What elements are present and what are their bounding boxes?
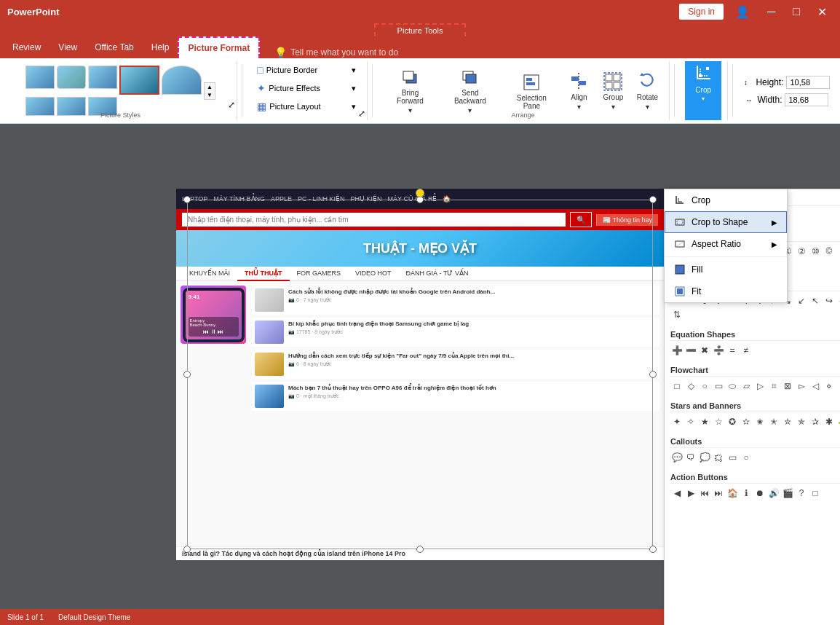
account-button[interactable]: 👤 <box>729 4 756 20</box>
picture-style-4[interactable] <box>119 66 159 95</box>
shape-flow-12[interactable]: ⋄ <box>823 380 836 393</box>
sign-in-button[interactable]: Sign in <box>679 4 724 20</box>
handle-bottom-left[interactable] <box>183 546 191 553</box>
shape-flow-7[interactable]: ▷ <box>753 380 766 393</box>
shape-stacked[interactable]: ⇅ <box>670 308 684 321</box>
shape-star-5b[interactable]: ☆ <box>712 415 725 428</box>
crop-menu-item-aspect-ratio[interactable]: Aspect Ratio ▶ <box>665 233 787 255</box>
picture-layout-button[interactable]: ▦ Picture Layout ▾ <box>252 98 361 115</box>
picture-style-7[interactable] <box>57 97 86 116</box>
shape-callout-3[interactable]: 💭 <box>698 451 711 464</box>
shape-action-back[interactable]: ◀ <box>670 487 684 500</box>
nav-item-tablet[interactable]: MÁY TÍNH BẢNG <box>213 195 265 203</box>
nav-item-pc[interactable]: PC - LINH KIỆN <box>298 195 345 203</box>
shape-star-5[interactable]: ★ <box>698 415 711 428</box>
picture-border-button[interactable]: □ Picture Border ▾ <box>252 61 361 79</box>
height-input[interactable] <box>786 76 830 89</box>
nav-item-apple[interactable]: APPLE <box>271 195 292 203</box>
shape-flow-10[interactable]: ▻ <box>795 380 808 393</box>
shape-ribbon-u[interactable]: ⛳ <box>836 415 840 428</box>
shape-star-32[interactable]: ✰ <box>809 415 822 428</box>
shape-callout-4[interactable]: 🗯 <box>712 451 725 464</box>
tab-tricks[interactable]: THỦ THUẬT <box>237 267 290 281</box>
tab-help[interactable]: Help <box>143 36 178 58</box>
shape-flow-5[interactable]: ⬭ <box>726 380 739 393</box>
shape-flow-2[interactable]: ◇ <box>684 380 697 393</box>
nav-item-used[interactable]: MÁY CŨ GIÁ RẺ <box>388 195 437 203</box>
picture-style-3[interactable] <box>88 66 117 90</box>
selection-pane-button[interactable]: Selection Pane <box>502 69 560 113</box>
bring-forward-button[interactable]: Bring Forward ▾ <box>383 64 438 117</box>
shape-star-6[interactable]: ✪ <box>726 415 739 428</box>
picture-styles-expand[interactable]: ⤢ <box>228 100 235 110</box>
shape-multiply[interactable]: ✖ <box>698 344 711 357</box>
picture-style-5[interactable] <box>162 66 202 95</box>
shape-action-sound[interactable]: 🔊 <box>767 487 780 500</box>
shape-flow-6[interactable]: ▱ <box>740 380 753 393</box>
picture-style-2[interactable] <box>57 66 86 89</box>
shape-action-home[interactable]: 🏠 <box>726 487 739 500</box>
shape-star-8[interactable]: ✫ <box>740 415 753 428</box>
article-title-4[interactable]: Mách bạn 7 thủ thuật hay trên OPPO A96 đ… <box>288 385 657 392</box>
picture-styles-expand-2[interactable]: ⤢ <box>358 109 365 119</box>
article-title-1[interactable]: Cách sửa lỗi không được nhập được tài kh… <box>288 288 657 296</box>
shape-arrow-curve-r[interactable]: ↪ <box>823 294 836 307</box>
handle-middle-left[interactable] <box>183 371 191 378</box>
tab-picture-format[interactable]: Picture Format <box>178 36 260 58</box>
handle-top-right[interactable] <box>649 196 657 203</box>
minimize-button[interactable]: ─ <box>761 4 781 20</box>
shape-not-equal[interactable]: ≠ <box>740 344 753 357</box>
website-search-input[interactable] <box>182 213 566 227</box>
article-title-3[interactable]: Hướng dẫn cách xem trực tiếp sự kiện "Fa… <box>288 353 657 360</box>
tab-view[interactable]: View <box>49 36 86 58</box>
shape-flow-1[interactable]: □ <box>670 380 684 393</box>
tab-reviews[interactable]: ĐÁNH GIÁ - TƯ VẤN <box>399 267 476 281</box>
send-backward-button[interactable]: Send Backward ▾ <box>440 64 500 117</box>
shape-star-16[interactable]: ✮ <box>781 415 794 428</box>
shape-equal[interactable]: = <box>726 344 739 357</box>
crop-button[interactable]: Crop ▾ <box>685 61 721 120</box>
canvas-area[interactable]: LAPTOP MÁY TÍNH BẢNG APPLE PC - LINH KIỆ… <box>0 124 840 625</box>
shape-arrow-curve-l[interactable]: ↩ <box>836 294 840 307</box>
shape-star-burst[interactable]: ✱ <box>823 415 836 428</box>
article-title-2[interactable]: Bí kíp khắc phục tình trạng điện thoại S… <box>288 321 657 328</box>
shape-arrow-diag3[interactable]: ↙ <box>795 294 808 307</box>
picture-effects-button[interactable]: ✦ Picture Effects ▾ <box>252 79 361 97</box>
shape-divide[interactable]: ➗ <box>712 344 725 357</box>
slide-canvas[interactable]: LAPTOP MÁY TÍNH BẢNG APPLE PC - LINH KIỆ… <box>176 189 664 560</box>
shape-plus[interactable]: ➕ <box>670 344 684 357</box>
rotation-handle[interactable] <box>416 189 424 197</box>
maximize-button[interactable]: □ <box>787 4 806 20</box>
shape-action-blank[interactable]: □ <box>809 487 822 500</box>
next-btn[interactable]: ⏭ <box>218 329 223 335</box>
shape-smiley[interactable]: ☺ <box>836 245 840 258</box>
shape-copy[interactable]: © <box>823 245 836 258</box>
shape-action-help[interactable]: ? <box>795 487 808 500</box>
shape-action-movie[interactable]: 🎬 <box>781 487 794 500</box>
shape-action-first[interactable]: ⏮ <box>698 487 711 500</box>
tab-promotions[interactable]: KHUYẾN MÃI <box>182 267 237 281</box>
news-btn[interactable]: 📰 Thông tin hay <box>596 214 658 226</box>
shape-action-forward[interactable]: ▶ <box>684 487 697 500</box>
shape-callout-2[interactable]: 🗨 <box>684 451 697 464</box>
shape-callout-6[interactable]: ○ <box>740 451 753 464</box>
crop-menu-item-crop-to-shape[interactable]: Crop to Shape ▶ <box>665 211 787 233</box>
tab-office-tab[interactable]: Office Tab <box>86 36 143 58</box>
shape-flow-9[interactable]: ⊠ <box>781 380 794 393</box>
shape-action-last[interactable]: ⏭ <box>712 487 725 500</box>
shape-flow-8[interactable]: ⌗ <box>767 380 780 393</box>
tab-video[interactable]: VIDEO HOT <box>348 267 399 281</box>
align-button[interactable]: Align ▾ <box>563 68 595 114</box>
shape-flow-3[interactable]: ○ <box>698 380 711 393</box>
crop-menu-item-fit[interactable]: Fit <box>665 280 787 302</box>
tab-gamers[interactable]: FOR GAMERS <box>290 267 349 281</box>
shape-num-2[interactable]: ② <box>795 245 808 258</box>
handle-top-left[interactable] <box>183 196 191 203</box>
shape-star-12[interactable]: ✭ <box>767 415 780 428</box>
picture-style-6[interactable] <box>25 97 55 116</box>
shape-callout-5[interactable]: ▭ <box>726 451 739 464</box>
handle-middle-right[interactable] <box>649 371 657 378</box>
shape-minus[interactable]: ➖ <box>684 344 697 357</box>
prev-btn[interactable]: ⏮ <box>203 329 209 335</box>
shape-callout-1[interactable]: 💬 <box>670 451 684 464</box>
